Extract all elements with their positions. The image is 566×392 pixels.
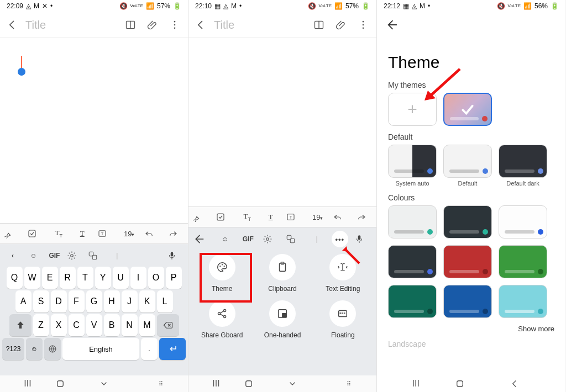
back-nav-button[interactable] <box>510 379 543 388</box>
period-key[interactable]: . <box>141 338 158 360</box>
keyboard-switch-button[interactable]: ⠿ <box>332 380 365 388</box>
sticker-icon[interactable]: ☺ <box>217 235 233 243</box>
key-j[interactable]: J <box>122 290 138 312</box>
shift-key[interactable] <box>9 314 32 336</box>
gif-button[interactable]: GIF <box>240 235 256 243</box>
key-q[interactable]: Q <box>7 267 23 289</box>
theme-systemauto[interactable] <box>388 145 437 178</box>
emoji-key[interactable]: ☺ <box>26 338 43 360</box>
mic-icon[interactable] <box>354 234 371 244</box>
mic-icon[interactable] <box>167 251 184 261</box>
chevron-left-icon[interactable]: ‹ <box>4 252 21 259</box>
key-u[interactable]: U <box>113 267 129 289</box>
key-m[interactable]: M <box>139 314 155 336</box>
undo-icon[interactable] <box>144 229 161 239</box>
home-button[interactable] <box>55 379 88 389</box>
key-h[interactable]: H <box>104 290 120 312</box>
key-t[interactable]: T <box>77 267 93 289</box>
back-button[interactable] <box>385 17 400 33</box>
textbox-icon[interactable]: T <box>97 229 114 239</box>
pen-icon[interactable] <box>3 229 20 239</box>
textstyle-icon[interactable]: TT <box>50 229 67 239</box>
redo-icon[interactable] <box>357 212 373 222</box>
textcolor-icon[interactable]: T <box>263 213 279 221</box>
tool-onehanded[interactable]: One-handed <box>252 300 312 339</box>
key-e[interactable]: E <box>42 267 58 289</box>
fontsize-label[interactable]: 19▾ <box>121 230 138 238</box>
more-icon[interactable] <box>355 17 371 33</box>
textcolor-icon[interactable]: T <box>74 229 91 238</box>
key-x[interactable]: X <box>51 314 67 336</box>
colour-teal[interactable] <box>388 285 437 318</box>
key-v[interactable]: V <box>86 314 102 336</box>
textbox-icon[interactable]: T <box>286 212 302 222</box>
attach-icon[interactable] <box>333 17 349 33</box>
back-button[interactable] <box>194 18 207 31</box>
book-icon[interactable] <box>123 17 138 33</box>
colour-white[interactable] <box>499 205 547 239</box>
back-arrow-icon[interactable] <box>194 234 211 245</box>
theme-defaultdark[interactable] <box>499 145 547 178</box>
colour-red[interactable] <box>443 245 492 278</box>
title-input[interactable]: Title <box>25 19 116 31</box>
redo-icon[interactable] <box>168 229 185 239</box>
gear-icon[interactable] <box>67 251 83 261</box>
title-input[interactable]: Title <box>214 19 305 31</box>
translate-icon[interactable] <box>88 251 104 261</box>
sticker-icon[interactable]: ☺ <box>25 252 42 259</box>
gif-button[interactable]: GIF <box>46 252 62 259</box>
home-button[interactable] <box>455 379 488 389</box>
fontsize-label[interactable]: 19▾ <box>310 213 326 221</box>
key-d[interactable]: D <box>51 290 67 312</box>
language-key[interactable] <box>44 338 61 360</box>
translate-icon[interactable] <box>286 234 302 244</box>
gear-icon[interactable] <box>263 234 279 244</box>
key-y[interactable]: Y <box>95 267 111 289</box>
more-icon[interactable] <box>167 17 182 33</box>
colour-green[interactable] <box>499 245 547 278</box>
pen-icon[interactable] <box>192 212 208 222</box>
keyboard-switch-button[interactable]: ⠿ <box>144 380 177 388</box>
key-w[interactable]: W <box>24 267 40 289</box>
key-l[interactable]: L <box>157 290 173 312</box>
recent-apps-button[interactable]: III <box>11 379 44 389</box>
show-more-link[interactable]: Show more <box>377 324 565 337</box>
checkbox-icon[interactable] <box>27 229 44 239</box>
cursor-handle[interactable] <box>18 68 25 76</box>
key-s[interactable]: S <box>33 290 49 312</box>
symbols-key[interactable]: ?123 <box>2 338 24 360</box>
space-key[interactable]: English <box>62 338 139 360</box>
colour-darkblue[interactable] <box>388 245 437 278</box>
attach-icon[interactable] <box>145 17 160 33</box>
key-i[interactable]: I <box>130 267 146 289</box>
colour-dark[interactable] <box>443 205 492 239</box>
home-button[interactable] <box>244 379 277 389</box>
back-button[interactable] <box>6 18 19 31</box>
back-nav-button[interactable] <box>288 379 321 388</box>
key-b[interactable]: B <box>104 314 120 336</box>
colour-lightgrey[interactable] <box>388 205 437 239</box>
key-g[interactable]: G <box>86 290 102 312</box>
key-c[interactable]: C <box>69 314 85 336</box>
key-p[interactable]: P <box>166 267 182 289</box>
checkbox-icon[interactable] <box>216 212 232 222</box>
enter-key[interactable] <box>159 338 186 360</box>
back-nav-button[interactable] <box>99 379 133 388</box>
book-icon[interactable] <box>311 17 327 33</box>
key-o[interactable]: O <box>148 267 164 289</box>
key-f[interactable]: F <box>69 290 85 312</box>
theme-default[interactable] <box>443 145 492 178</box>
key-z[interactable]: Z <box>33 314 49 336</box>
tool-clipboard[interactable]: Clipboard <box>252 254 312 293</box>
backspace-key[interactable] <box>157 314 179 336</box>
undo-icon[interactable] <box>333 212 349 222</box>
key-r[interactable]: R <box>60 267 76 289</box>
textstyle-icon[interactable]: TT <box>239 212 255 222</box>
key-k[interactable]: K <box>139 290 155 312</box>
colour-blue[interactable] <box>443 285 492 318</box>
recent-apps-button[interactable]: III <box>399 379 432 389</box>
key-n[interactable]: N <box>122 314 138 336</box>
colour-cyan[interactable] <box>499 285 547 318</box>
tool-floating[interactable]: Floating <box>313 300 373 339</box>
tool-share[interactable]: Share Gboard <box>192 300 252 339</box>
